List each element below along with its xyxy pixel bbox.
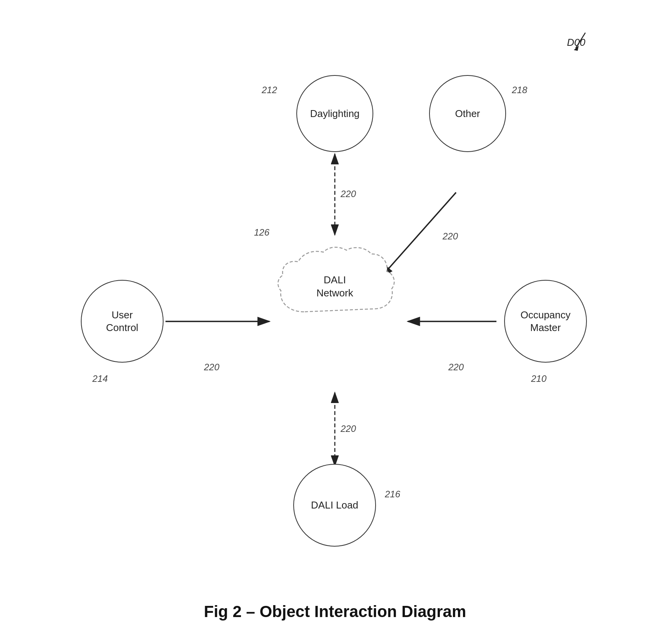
diagram-title: Fig 2 – Object Interaction Diagram: [204, 602, 466, 621]
diagram-container: D00 Daylighting 212 Other 218 User Contr…: [0, 0, 670, 644]
edge-label-bottom: 220: [341, 423, 356, 434]
user-control-node: User Control: [81, 280, 164, 363]
dali-network-ref: 126: [254, 227, 269, 238]
dali-network-node: DALI Network: [273, 243, 396, 331]
daylighting-node: Daylighting: [296, 75, 373, 152]
edge-label-top: 220: [341, 189, 356, 199]
svg-line-2: [576, 33, 585, 48]
other-node: Other: [429, 75, 506, 152]
edge-label-right-top: 220: [443, 231, 458, 242]
dali-load-node: DALI Load: [293, 464, 376, 547]
edge-label-right-bottom: 220: [448, 362, 464, 373]
daylighting-ref: 212: [262, 85, 277, 95]
edge-label-left: 220: [204, 362, 219, 373]
svg-marker-3: [574, 45, 579, 51]
occupancy-master-node: Occupancy Master: [504, 280, 587, 363]
user-control-ref: 214: [92, 373, 108, 384]
occupancy-master-ref: 210: [531, 373, 546, 384]
other-ref: 218: [512, 85, 527, 95]
dali-load-ref: 216: [385, 489, 400, 500]
d00-arrow: [572, 31, 591, 54]
